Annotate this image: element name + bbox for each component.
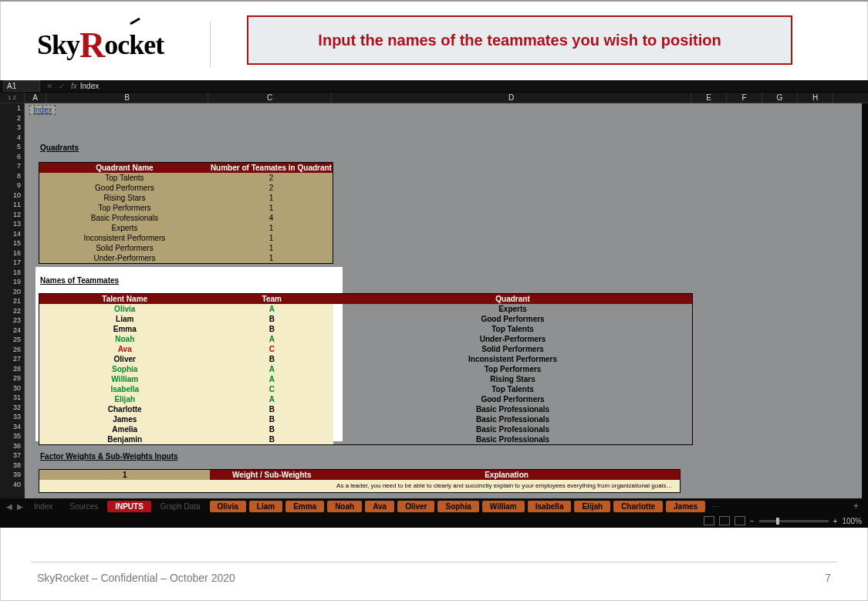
row-header[interactable]: 39 — [0, 470, 25, 480]
tab-person[interactable]: Sophia — [437, 501, 478, 512]
row-header[interactable]: 14 — [0, 229, 25, 239]
table-row[interactable]: BenjaminBBasic Professionals — [39, 434, 692, 444]
table-row[interactable]: EmmaBTop Talents — [39, 324, 692, 334]
table-row[interactable]: Experts1 — [39, 223, 333, 233]
table-row[interactable]: WilliamARising Stars — [39, 374, 692, 384]
table-row[interactable]: OliviaAExperts — [39, 304, 692, 314]
row-header[interactable]: 16 — [0, 248, 25, 258]
row-header[interactable]: 10 — [0, 191, 25, 201]
row-header[interactable]: 11 — [0, 200, 25, 210]
tab-inputs[interactable]: INPUTS — [107, 501, 151, 512]
row-header[interactable]: 3 — [0, 123, 25, 133]
row-header[interactable]: 9 — [0, 181, 25, 191]
select-all-corner[interactable]: 1 2 — [0, 93, 25, 103]
tab-nav-next[interactable]: ▶ — [15, 502, 25, 511]
row-header[interactable]: 27 — [0, 354, 25, 364]
tab-person[interactable]: Olivia — [210, 501, 246, 512]
row-header[interactable]: 18 — [0, 268, 25, 278]
table-row[interactable]: SophiaATop Performers — [39, 364, 692, 374]
row-header[interactable]: 26 — [0, 345, 25, 355]
table-row[interactable]: IsabellaCTop Talents — [39, 384, 692, 394]
view-layout-icon[interactable] — [719, 516, 730, 525]
row-header[interactable]: 22 — [0, 306, 25, 316]
index-link[interactable]: Index — [29, 105, 56, 115]
tab-person[interactable]: Emma — [285, 501, 324, 512]
row-header[interactable]: 25 — [0, 335, 25, 345]
col-B[interactable]: B — [46, 93, 208, 103]
table-row[interactable]: ElijahAGood Performers — [39, 394, 692, 404]
cells-grid[interactable]: Index Quadrants Quadrant Name Number of … — [25, 103, 868, 498]
tab-index[interactable]: Index — [26, 501, 60, 512]
table-row[interactable]: Good Performers2 — [39, 183, 333, 193]
tab-add-icon[interactable]: + — [849, 501, 863, 512]
table-row[interactable]: JamesBBasic Professionals — [39, 414, 692, 424]
col-G[interactable]: G — [762, 93, 798, 103]
row-header[interactable]: 8 — [0, 171, 25, 181]
col-H[interactable]: H — [798, 93, 833, 103]
table-row[interactable]: AvaCSolid Performers — [39, 344, 692, 354]
column-headers[interactable]: 1 2 A B C D E F G H — [0, 93, 868, 103]
tab-person[interactable]: William — [482, 501, 525, 512]
col-E[interactable]: E — [691, 93, 727, 103]
row-header[interactable]: 20 — [0, 287, 25, 297]
zoom-label[interactable]: 100% — [842, 517, 862, 525]
table-row[interactable]: Solid Performers1 — [39, 243, 333, 253]
row-header[interactable]: 40 — [0, 480, 25, 490]
row-header[interactable]: 13 — [0, 219, 25, 229]
row-header[interactable]: 33 — [0, 412, 25, 422]
row-header[interactable]: 38 — [0, 461, 25, 471]
col-A[interactable]: A — [25, 93, 46, 103]
tab-overflow-icon[interactable]: ⋯ — [711, 502, 719, 511]
tab-sources[interactable]: Sources — [62, 501, 106, 512]
row-header[interactable]: 7 — [0, 161, 25, 171]
table-row[interactable]: Top Performers1 — [39, 203, 333, 213]
table-row[interactable]: CharlotteBBasic Professionals — [39, 404, 692, 414]
tab-person[interactable]: Ava — [365, 501, 394, 512]
formula-bar[interactable]: A1 ✕ ✓ fx Index — [0, 80, 868, 93]
view-normal-icon[interactable] — [704, 516, 714, 525]
row-header[interactable]: 23 — [0, 316, 25, 326]
tab-person[interactable]: James — [666, 501, 705, 512]
table-row[interactable]: AmeliaBBasic Professionals — [39, 424, 692, 434]
tab-person[interactable]: Noah — [327, 501, 362, 512]
row-header[interactable]: 6 — [0, 152, 25, 162]
tab-person[interactable]: Elijah — [574, 501, 610, 512]
name-box[interactable]: A1 — [3, 80, 40, 92]
row-header[interactable]: 4 — [0, 133, 25, 143]
table-row[interactable]: LiamBGood Performers — [39, 314, 692, 324]
row-header[interactable]: 2 — [0, 113, 25, 123]
vertical-scrollbar[interactable] — [862, 103, 868, 498]
table-row[interactable]: Rising Stars1 — [39, 193, 333, 203]
tab-person[interactable]: Isabella — [528, 501, 572, 512]
row-header[interactable]: 15 — [0, 238, 25, 248]
table-row[interactable]: Under-Performers1 — [39, 253, 333, 263]
row-header[interactable]: 28 — [0, 364, 25, 374]
row-header[interactable]: 12 — [0, 210, 25, 220]
view-pagebreak-icon[interactable] — [735, 516, 745, 525]
col-C[interactable]: C — [208, 93, 332, 103]
row-header[interactable]: 5 — [0, 142, 25, 152]
row-header[interactable]: 17 — [0, 258, 25, 268]
tab-graph-data[interactable]: Graph Data — [153, 501, 208, 512]
zoom-in-icon[interactable]: + — [833, 517, 838, 525]
row-header[interactable]: 35 — [0, 431, 25, 441]
sheet-tab-strip[interactable]: ◀ ▶ Index Sources INPUTS Graph Data Oliv… — [0, 498, 868, 514]
tab-person[interactable]: Oliver — [397, 501, 434, 512]
row-header[interactable]: 32 — [0, 403, 25, 413]
row-headers[interactable]: 1234567891011121314151617181920212223242… — [0, 103, 25, 498]
col-D[interactable]: D — [332, 93, 691, 103]
row-header[interactable]: 30 — [0, 383, 25, 393]
table-row[interactable]: OliverBInconsistent Performers — [39, 354, 692, 364]
table-row[interactable]: Basic Professionals4 — [39, 213, 333, 223]
table-row[interactable]: Top Talents2 — [39, 173, 333, 183]
row-header[interactable]: 1 — [0, 103, 25, 113]
row-header[interactable]: 24 — [0, 326, 25, 336]
row-header[interactable]: 19 — [0, 277, 25, 287]
zoom-out-icon[interactable]: − — [750, 517, 755, 525]
row-header[interactable]: 37 — [0, 451, 25, 461]
formula-value[interactable]: Index — [80, 82, 99, 90]
table-row[interactable]: Inconsistent Performers1 — [39, 233, 333, 243]
row-header[interactable]: 21 — [0, 296, 25, 306]
table-row[interactable]: NoahAUnder-Performers — [39, 334, 692, 344]
zoom-slider[interactable] — [759, 520, 829, 522]
